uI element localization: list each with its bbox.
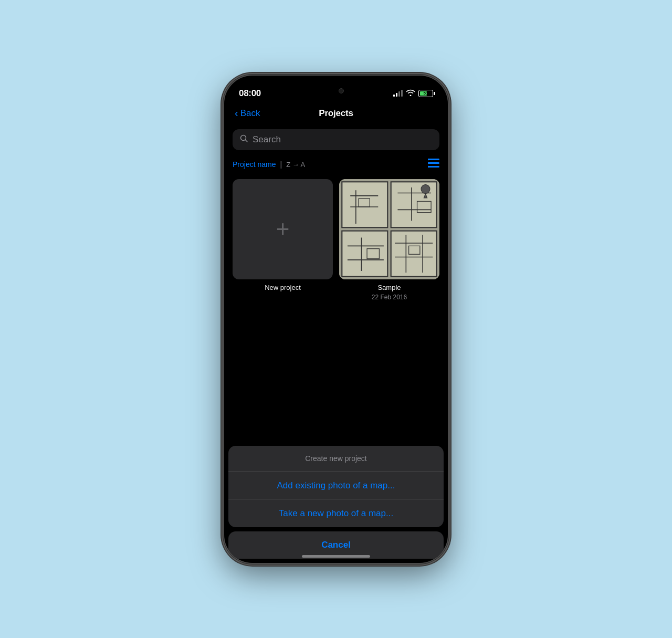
- sort-label[interactable]: Project name | Z → A: [233, 160, 305, 169]
- sample-project-thumbnail[interactable]: [339, 179, 439, 279]
- status-bar: 08:00: [224, 76, 448, 104]
- wifi-icon: [406, 89, 415, 98]
- back-button[interactable]: ‹ Back: [235, 108, 260, 119]
- signal-bar-1: [393, 95, 395, 97]
- svg-rect-11: [391, 231, 437, 276]
- new-project-label: New project: [265, 284, 301, 291]
- back-label: Back: [240, 108, 260, 119]
- action-sheet-overlay: Create new project Add existing photo of…: [224, 446, 448, 563]
- status-time: 08:00: [239, 88, 261, 99]
- sort-separator: |: [280, 160, 282, 169]
- screen: 08:00: [224, 76, 448, 563]
- list-view-icon[interactable]: [428, 159, 439, 171]
- svg-rect-2: [428, 162, 439, 164]
- take-new-photo-button[interactable]: Take a new photo of a map...: [228, 499, 444, 527]
- nav-bar: ‹ Back Projects: [224, 104, 448, 125]
- sort-field: Project name: [233, 160, 276, 169]
- search-container: [224, 125, 448, 156]
- svg-rect-8: [342, 182, 387, 227]
- projects-grid: + New project: [224, 179, 448, 301]
- battery-icon: 51: [418, 90, 433, 97]
- sample-project-item: Sample 22 Feb 2016: [339, 179, 439, 301]
- back-chevron-icon: ‹: [235, 108, 238, 118]
- sample-project-date: 22 Feb 2016: [372, 294, 407, 301]
- sample-project-label: Sample: [377, 284, 401, 291]
- search-bar[interactable]: [233, 129, 439, 150]
- sort-direction: Z → A: [286, 161, 305, 169]
- dynamic-island-dot: [339, 88, 344, 93]
- svg-point-20: [421, 184, 430, 193]
- signal-bar-4: [401, 90, 403, 97]
- battery-level: 51: [419, 91, 433, 96]
- phone-frame: 08:00: [223, 75, 449, 564]
- floorplan-svg: [339, 179, 439, 279]
- new-project-thumbnail[interactable]: +: [233, 179, 333, 279]
- status-icons: 51: [393, 89, 433, 98]
- nav-title: Projects: [319, 108, 353, 119]
- signal-bar-2: [396, 93, 397, 97]
- add-existing-photo-button[interactable]: Add existing photo of a map...: [228, 472, 444, 499]
- dynamic-island: [304, 82, 368, 100]
- action-sheet-title: Create new project: [228, 446, 444, 472]
- signal-bar-3: [398, 91, 400, 97]
- plus-icon: +: [276, 217, 290, 240]
- sort-bar: Project name | Z → A: [224, 156, 448, 179]
- home-indicator: [302, 555, 370, 558]
- search-icon: [240, 134, 248, 145]
- svg-rect-10: [342, 231, 387, 276]
- search-input[interactable]: [253, 134, 432, 145]
- svg-rect-1: [428, 159, 439, 160]
- new-project-item: + New project: [233, 179, 333, 301]
- action-sheet-main: Create new project Add existing photo of…: [228, 446, 444, 527]
- signal-bars: [393, 90, 403, 97]
- svg-rect-3: [428, 166, 439, 168]
